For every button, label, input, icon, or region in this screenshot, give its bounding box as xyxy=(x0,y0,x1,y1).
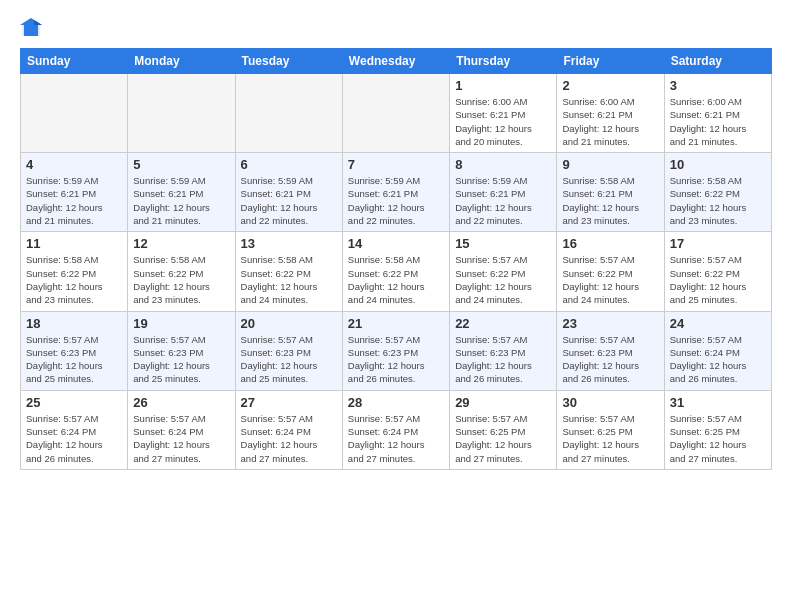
calendar-day-16: 16Sunrise: 5:57 AM Sunset: 6:22 PM Dayli… xyxy=(557,232,664,311)
calendar-day-empty xyxy=(128,74,235,153)
day-info: Sunrise: 5:59 AM Sunset: 6:21 PM Dayligh… xyxy=(26,174,122,227)
weekday-header-saturday: Saturday xyxy=(664,49,771,74)
day-info: Sunrise: 5:59 AM Sunset: 6:21 PM Dayligh… xyxy=(455,174,551,227)
day-number: 13 xyxy=(241,236,337,251)
calendar-week-row: 1Sunrise: 6:00 AM Sunset: 6:21 PM Daylig… xyxy=(21,74,772,153)
day-number: 9 xyxy=(562,157,658,172)
day-number: 12 xyxy=(133,236,229,251)
calendar-day-13: 13Sunrise: 5:58 AM Sunset: 6:22 PM Dayli… xyxy=(235,232,342,311)
calendar-day-21: 21Sunrise: 5:57 AM Sunset: 6:23 PM Dayli… xyxy=(342,311,449,390)
day-number: 23 xyxy=(562,316,658,331)
day-number: 25 xyxy=(26,395,122,410)
calendar-day-20: 20Sunrise: 5:57 AM Sunset: 6:23 PM Dayli… xyxy=(235,311,342,390)
day-info: Sunrise: 5:57 AM Sunset: 6:23 PM Dayligh… xyxy=(455,333,551,386)
calendar-day-2: 2Sunrise: 6:00 AM Sunset: 6:21 PM Daylig… xyxy=(557,74,664,153)
weekday-header-tuesday: Tuesday xyxy=(235,49,342,74)
day-number: 17 xyxy=(670,236,766,251)
day-info: Sunrise: 6:00 AM Sunset: 6:21 PM Dayligh… xyxy=(670,95,766,148)
calendar-week-row: 4Sunrise: 5:59 AM Sunset: 6:21 PM Daylig… xyxy=(21,153,772,232)
day-number: 16 xyxy=(562,236,658,251)
calendar-day-24: 24Sunrise: 5:57 AM Sunset: 6:24 PM Dayli… xyxy=(664,311,771,390)
calendar-day-6: 6Sunrise: 5:59 AM Sunset: 6:21 PM Daylig… xyxy=(235,153,342,232)
day-number: 7 xyxy=(348,157,444,172)
day-info: Sunrise: 5:57 AM Sunset: 6:24 PM Dayligh… xyxy=(348,412,444,465)
day-info: Sunrise: 5:57 AM Sunset: 6:23 PM Dayligh… xyxy=(241,333,337,386)
calendar-day-5: 5Sunrise: 5:59 AM Sunset: 6:21 PM Daylig… xyxy=(128,153,235,232)
day-info: Sunrise: 5:57 AM Sunset: 6:24 PM Dayligh… xyxy=(241,412,337,465)
day-number: 22 xyxy=(455,316,551,331)
day-info: Sunrise: 5:57 AM Sunset: 6:25 PM Dayligh… xyxy=(455,412,551,465)
calendar-day-9: 9Sunrise: 5:58 AM Sunset: 6:21 PM Daylig… xyxy=(557,153,664,232)
calendar-day-30: 30Sunrise: 5:57 AM Sunset: 6:25 PM Dayli… xyxy=(557,390,664,469)
calendar-day-4: 4Sunrise: 5:59 AM Sunset: 6:21 PM Daylig… xyxy=(21,153,128,232)
day-info: Sunrise: 5:57 AM Sunset: 6:22 PM Dayligh… xyxy=(670,253,766,306)
day-info: Sunrise: 6:00 AM Sunset: 6:21 PM Dayligh… xyxy=(562,95,658,148)
calendar-day-25: 25Sunrise: 5:57 AM Sunset: 6:24 PM Dayli… xyxy=(21,390,128,469)
calendar-day-14: 14Sunrise: 5:58 AM Sunset: 6:22 PM Dayli… xyxy=(342,232,449,311)
day-number: 27 xyxy=(241,395,337,410)
calendar-day-23: 23Sunrise: 5:57 AM Sunset: 6:23 PM Dayli… xyxy=(557,311,664,390)
day-info: Sunrise: 5:57 AM Sunset: 6:22 PM Dayligh… xyxy=(455,253,551,306)
day-info: Sunrise: 5:57 AM Sunset: 6:25 PM Dayligh… xyxy=(562,412,658,465)
day-info: Sunrise: 5:58 AM Sunset: 6:22 PM Dayligh… xyxy=(133,253,229,306)
day-info: Sunrise: 5:58 AM Sunset: 6:22 PM Dayligh… xyxy=(241,253,337,306)
weekday-header-sunday: Sunday xyxy=(21,49,128,74)
calendar-day-22: 22Sunrise: 5:57 AM Sunset: 6:23 PM Dayli… xyxy=(450,311,557,390)
day-info: Sunrise: 5:57 AM Sunset: 6:24 PM Dayligh… xyxy=(670,333,766,386)
day-number: 4 xyxy=(26,157,122,172)
calendar-day-19: 19Sunrise: 5:57 AM Sunset: 6:23 PM Dayli… xyxy=(128,311,235,390)
calendar-day-7: 7Sunrise: 5:59 AM Sunset: 6:21 PM Daylig… xyxy=(342,153,449,232)
calendar-day-15: 15Sunrise: 5:57 AM Sunset: 6:22 PM Dayli… xyxy=(450,232,557,311)
day-number: 29 xyxy=(455,395,551,410)
calendar-day-27: 27Sunrise: 5:57 AM Sunset: 6:24 PM Dayli… xyxy=(235,390,342,469)
day-number: 28 xyxy=(348,395,444,410)
day-info: Sunrise: 5:57 AM Sunset: 6:23 PM Dayligh… xyxy=(562,333,658,386)
day-number: 11 xyxy=(26,236,122,251)
calendar-day-28: 28Sunrise: 5:57 AM Sunset: 6:24 PM Dayli… xyxy=(342,390,449,469)
calendar-day-3: 3Sunrise: 6:00 AM Sunset: 6:21 PM Daylig… xyxy=(664,74,771,153)
day-info: Sunrise: 5:57 AM Sunset: 6:24 PM Dayligh… xyxy=(26,412,122,465)
day-number: 31 xyxy=(670,395,766,410)
weekday-header-friday: Friday xyxy=(557,49,664,74)
day-number: 3 xyxy=(670,78,766,93)
day-info: Sunrise: 5:58 AM Sunset: 6:21 PM Dayligh… xyxy=(562,174,658,227)
day-number: 15 xyxy=(455,236,551,251)
calendar-week-row: 11Sunrise: 5:58 AM Sunset: 6:22 PM Dayli… xyxy=(21,232,772,311)
calendar-day-11: 11Sunrise: 5:58 AM Sunset: 6:22 PM Dayli… xyxy=(21,232,128,311)
calendar-day-26: 26Sunrise: 5:57 AM Sunset: 6:24 PM Dayli… xyxy=(128,390,235,469)
logo-icon xyxy=(20,16,42,38)
calendar-day-31: 31Sunrise: 5:57 AM Sunset: 6:25 PM Dayli… xyxy=(664,390,771,469)
day-info: Sunrise: 5:57 AM Sunset: 6:23 PM Dayligh… xyxy=(26,333,122,386)
calendar-day-18: 18Sunrise: 5:57 AM Sunset: 6:23 PM Dayli… xyxy=(21,311,128,390)
day-info: Sunrise: 5:57 AM Sunset: 6:23 PM Dayligh… xyxy=(348,333,444,386)
day-number: 5 xyxy=(133,157,229,172)
page: SundayMondayTuesdayWednesdayThursdayFrid… xyxy=(0,0,792,612)
day-info: Sunrise: 5:59 AM Sunset: 6:21 PM Dayligh… xyxy=(348,174,444,227)
calendar-week-row: 25Sunrise: 5:57 AM Sunset: 6:24 PM Dayli… xyxy=(21,390,772,469)
calendar-week-row: 18Sunrise: 5:57 AM Sunset: 6:23 PM Dayli… xyxy=(21,311,772,390)
calendar-day-17: 17Sunrise: 5:57 AM Sunset: 6:22 PM Dayli… xyxy=(664,232,771,311)
calendar-day-8: 8Sunrise: 5:59 AM Sunset: 6:21 PM Daylig… xyxy=(450,153,557,232)
calendar-day-empty xyxy=(21,74,128,153)
weekday-header-row: SundayMondayTuesdayWednesdayThursdayFrid… xyxy=(21,49,772,74)
day-number: 24 xyxy=(670,316,766,331)
header xyxy=(20,16,772,38)
logo xyxy=(20,16,44,38)
day-info: Sunrise: 5:57 AM Sunset: 6:23 PM Dayligh… xyxy=(133,333,229,386)
weekday-header-thursday: Thursday xyxy=(450,49,557,74)
day-number: 21 xyxy=(348,316,444,331)
day-number: 26 xyxy=(133,395,229,410)
day-number: 1 xyxy=(455,78,551,93)
day-number: 20 xyxy=(241,316,337,331)
calendar-day-empty xyxy=(342,74,449,153)
day-number: 10 xyxy=(670,157,766,172)
day-number: 19 xyxy=(133,316,229,331)
day-number: 18 xyxy=(26,316,122,331)
day-number: 30 xyxy=(562,395,658,410)
day-number: 8 xyxy=(455,157,551,172)
calendar-day-12: 12Sunrise: 5:58 AM Sunset: 6:22 PM Dayli… xyxy=(128,232,235,311)
calendar-day-10: 10Sunrise: 5:58 AM Sunset: 6:22 PM Dayli… xyxy=(664,153,771,232)
day-info: Sunrise: 5:57 AM Sunset: 6:24 PM Dayligh… xyxy=(133,412,229,465)
day-info: Sunrise: 5:58 AM Sunset: 6:22 PM Dayligh… xyxy=(670,174,766,227)
day-number: 14 xyxy=(348,236,444,251)
